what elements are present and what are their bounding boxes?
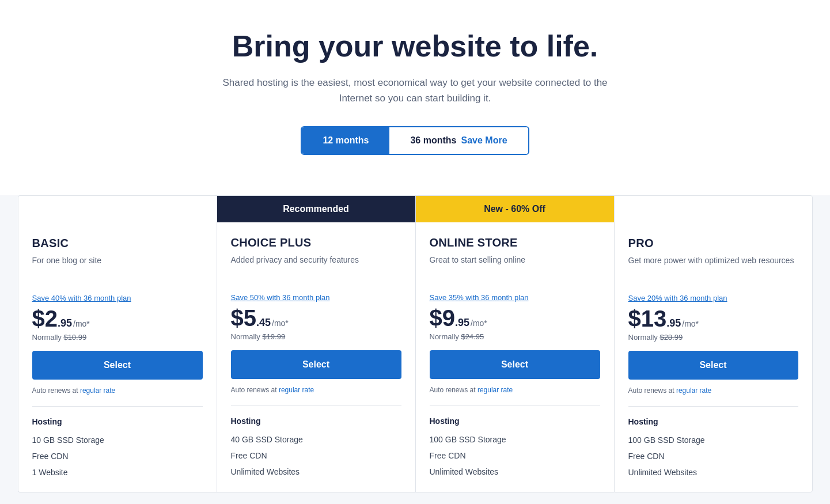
- hosting-item: 100 GB SSD Storage: [430, 431, 600, 448]
- plan-body-basic: BASIC For one blog or site Save 40% with…: [18, 223, 217, 492]
- hosting-item: 1 Website: [32, 464, 203, 480]
- hero-title: Bring your website to life.: [12, 29, 818, 63]
- plan-column-online-store: New - 60% Off ONLINE STORE Great to star…: [415, 195, 614, 492]
- hosting-label: Hosting: [32, 417, 203, 426]
- price-dollar: $5: [231, 305, 257, 331]
- select-button-online-store[interactable]: Select: [430, 350, 600, 379]
- plan-name: BASIC: [32, 237, 203, 250]
- price-decimal: .95: [455, 317, 469, 329]
- price-suffix: /mo*: [272, 319, 289, 328]
- price-decimal: .95: [58, 317, 72, 329]
- toggle-12-months[interactable]: 12 months: [302, 127, 389, 154]
- price-suffix: /mo*: [682, 319, 699, 328]
- page-wrapper: Bring your website to life. Shared hosti…: [0, 0, 830, 504]
- save-link[interactable]: Save 50% with 36 month plan: [231, 293, 401, 302]
- hosting-item: Free CDN: [430, 448, 600, 464]
- plan-name: ONLINE STORE: [430, 236, 600, 249]
- regular-rate-link[interactable]: regular rate: [80, 386, 115, 395]
- billing-toggle: 12 months 36 months Save More: [301, 126, 529, 155]
- toggle-36-months[interactable]: 36 months Save More: [389, 127, 528, 154]
- select-button-basic[interactable]: Select: [32, 351, 203, 380]
- regular-rate-link[interactable]: regular rate: [477, 386, 513, 394]
- plan-name: PRO: [628, 237, 798, 250]
- hero-section: Bring your website to life. Shared hosti…: [0, 0, 830, 195]
- auto-renew: Auto renews at regular rate: [32, 386, 203, 395]
- price-dollar: $2: [32, 306, 58, 332]
- badge-recommended: Recommended: [217, 196, 415, 222]
- hero-subtitle: Shared hosting is the easiest, most econ…: [214, 75, 617, 106]
- hosting-item: Free CDN: [628, 448, 798, 464]
- select-button-pro[interactable]: Select: [628, 351, 798, 380]
- plan-body-pro: PRO Get more power with optimized web re…: [615, 223, 812, 492]
- hosting-section: Hosting 10 GB SSD StorageFree CDN1 Websi…: [32, 406, 203, 480]
- plans-grid: . BASIC For one blog or site Save 40% wi…: [18, 195, 813, 492]
- plan-body-choice-plus: CHOICE PLUS Added privacy and security f…: [217, 222, 415, 491]
- save-link[interactable]: Save 40% with 36 month plan: [32, 294, 203, 302]
- auto-renew: Auto renews at regular rate: [628, 386, 798, 395]
- hosting-label: Hosting: [430, 416, 600, 426]
- hosting-item: Unlimited Websites: [628, 464, 798, 480]
- hosting-item: 10 GB SSD Storage: [32, 432, 203, 448]
- hosting-label: Hosting: [231, 416, 401, 426]
- price-row: $13 .95 /mo*: [628, 306, 798, 332]
- price-row: $9 .95 /mo*: [430, 305, 600, 331]
- price-suffix: /mo*: [471, 319, 487, 328]
- regular-rate-link[interactable]: regular rate: [676, 386, 711, 395]
- regular-rate-link[interactable]: regular rate: [279, 386, 314, 394]
- plan-desc: For one blog or site: [32, 255, 203, 282]
- save-link[interactable]: Save 20% with 36 month plan: [628, 294, 798, 302]
- price-decimal: .45: [256, 317, 271, 329]
- hosting-item: 100 GB SSD Storage: [628, 432, 798, 448]
- plan-column-choice-plus: Recommended CHOICE PLUS Added privacy an…: [217, 195, 415, 492]
- plan-column-basic: . BASIC For one blog or site Save 40% wi…: [18, 195, 217, 492]
- save-more-label: Save More: [461, 135, 507, 146]
- hosting-section: Hosting 100 GB SSD StorageFree CDNUnlimi…: [430, 406, 600, 480]
- plan-column-pro: . PRO Get more power with optimized web …: [614, 195, 813, 492]
- price-suffix: /mo*: [73, 319, 90, 328]
- price-row: $2 .95 /mo*: [32, 306, 203, 332]
- hosting-item: 40 GB SSD Storage: [231, 431, 401, 448]
- pricing-section: . BASIC For one blog or site Save 40% wi…: [0, 195, 830, 504]
- hosting-section: Hosting 40 GB SSD StorageFree CDNUnlimit…: [231, 406, 401, 480]
- select-button-choice-plus[interactable]: Select: [231, 350, 401, 379]
- save-link[interactable]: Save 35% with 36 month plan: [430, 293, 600, 302]
- plan-desc: Great to start selling online: [430, 254, 600, 282]
- badge-new: New - 60% Off: [416, 196, 614, 222]
- hosting-item: Unlimited Websites: [231, 464, 401, 480]
- hosting-section: Hosting 100 GB SSD StorageFree CDNUnlimi…: [628, 406, 798, 480]
- auto-renew: Auto renews at regular rate: [231, 386, 401, 394]
- normal-price: Normally $24.95: [430, 332, 600, 341]
- price-dollar: $13: [628, 306, 667, 332]
- auto-renew: Auto renews at regular rate: [430, 386, 600, 394]
- price-row: $5 .45 /mo*: [231, 305, 401, 331]
- hosting-label: Hosting: [628, 417, 798, 426]
- normal-price: Normally $10.99: [32, 333, 203, 342]
- hosting-item: Free CDN: [231, 448, 401, 464]
- plan-body-online-store: ONLINE STORE Great to start selling onli…: [416, 222, 614, 491]
- toggle-36-label: 36 months: [410, 135, 456, 146]
- normal-price: Normally $28.99: [628, 333, 798, 342]
- price-decimal: .95: [666, 317, 681, 329]
- price-dollar: $9: [430, 305, 456, 331]
- hosting-item: Free CDN: [32, 448, 203, 464]
- plan-name: CHOICE PLUS: [231, 236, 401, 249]
- plan-desc: Added privacy and security features: [231, 254, 401, 282]
- hosting-item: Unlimited Websites: [430, 464, 600, 480]
- plan-desc: Get more power with optimized web resour…: [628, 255, 798, 282]
- normal-price: Normally $19.99: [231, 332, 401, 341]
